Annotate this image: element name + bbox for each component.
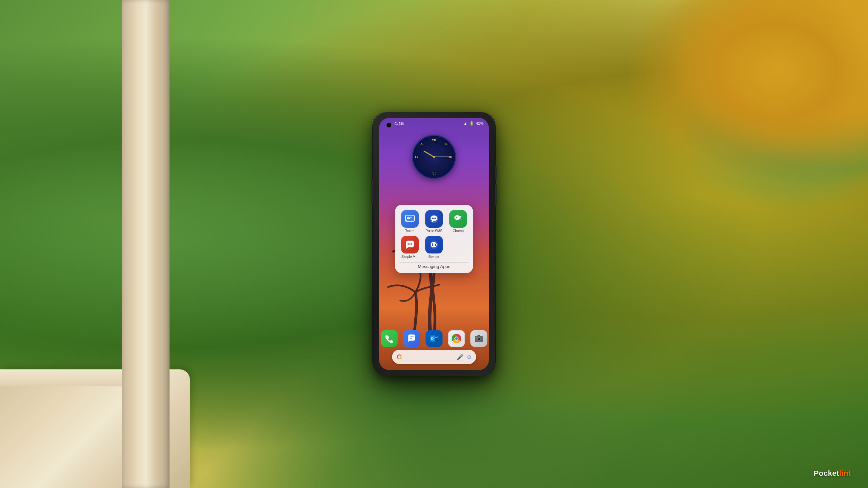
messages-svg xyxy=(407,334,416,343)
svg-point-6 xyxy=(433,218,435,219)
svg-rect-17 xyxy=(410,338,412,339)
battery-percent: 41% xyxy=(476,121,484,125)
chrome-wheel xyxy=(452,334,461,343)
clock-widget[interactable]: XII III VI IX II X xyxy=(412,135,456,179)
svg-point-27 xyxy=(478,338,479,339)
app-item-beeper[interactable]: Beeper xyxy=(423,236,445,259)
outlook-svg: O xyxy=(429,334,439,343)
camera-svg xyxy=(474,334,484,343)
wifi-icon: ▲ xyxy=(463,121,467,125)
dock-chrome-icon[interactable] xyxy=(448,330,465,347)
dock: O xyxy=(384,330,484,364)
svg-point-9 xyxy=(408,243,409,245)
beeper-label: Beeper xyxy=(429,255,439,259)
phone-body: 4:15 ▲ 🔋 41% XII III VI IX II X xyxy=(373,112,495,376)
textra-icon[interactable] xyxy=(401,210,419,228)
pulse-sms-label: Pulse SMS xyxy=(426,229,442,233)
app-item-simple-m[interactable]: Simple M... xyxy=(399,236,420,259)
textra-label: Textra xyxy=(405,229,414,233)
pulse-sms-svg xyxy=(429,214,439,224)
svg-point-8 xyxy=(456,217,457,218)
app-folder-popup[interactable]: Textra Pulse S xyxy=(395,205,473,273)
folder-app-grid-row1: Textra Pulse S xyxy=(399,210,469,233)
pocketlint-text-plain: Pocket xyxy=(814,469,839,477)
svg-point-11 xyxy=(411,243,412,245)
pocketlint-text-accent: lint xyxy=(839,469,851,477)
pulse-sms-icon[interactable] xyxy=(425,210,443,228)
volume-down-button[interactable] xyxy=(495,185,497,205)
power-button[interactable] xyxy=(371,180,373,203)
status-time: 4:15 xyxy=(394,121,404,126)
beeper-svg xyxy=(429,239,439,250)
dock-phone-icon[interactable] xyxy=(381,330,398,347)
simple-m-icon[interactable] xyxy=(401,236,419,253)
clock-minute-hand xyxy=(434,157,449,157)
clock-num-10: X xyxy=(420,142,423,145)
clock-num-6: VI xyxy=(432,172,436,175)
beeper-icon[interactable] xyxy=(425,236,443,253)
svg-text:O: O xyxy=(431,337,434,341)
chomp-label: Chomp xyxy=(453,229,463,233)
svg-rect-2 xyxy=(407,217,412,218)
wooden-post xyxy=(122,0,170,488)
clock-num-2: II xyxy=(445,142,448,145)
clock-center xyxy=(433,156,435,158)
svg-rect-15 xyxy=(435,244,436,246)
search-bar[interactable]: G 🎤 ⊙ xyxy=(392,350,476,364)
simple-m-label: Simple M... xyxy=(401,255,418,259)
simple-m-svg xyxy=(405,239,415,250)
svg-point-7 xyxy=(435,218,436,219)
dock-outlook-icon[interactable]: O xyxy=(426,330,442,347)
google-g-logo: G xyxy=(397,353,402,361)
folder-title: Messaging Apps xyxy=(399,262,469,269)
pocketlint-watermark: Pocketlint xyxy=(814,469,851,478)
chomp-svg xyxy=(453,214,463,224)
app-item-textra[interactable]: Textra xyxy=(399,210,420,233)
folder-app-grid-row2: Simple M... Be xyxy=(399,236,469,259)
app-item-pulse-sms[interactable]: Pulse SMS xyxy=(423,210,445,233)
phone-screen: 4:15 ▲ 🔋 41% XII III VI IX II X xyxy=(379,118,489,370)
svg-rect-16 xyxy=(410,337,414,337)
microphone-icon[interactable]: 🎤 xyxy=(457,354,463,360)
autumn-trees xyxy=(563,0,868,237)
dock-apps-row: O xyxy=(381,330,487,347)
svg-rect-13 xyxy=(432,243,433,246)
dock-messages-icon[interactable] xyxy=(403,330,420,347)
clock-hour-hand xyxy=(423,150,434,157)
status-bar: 4:15 ▲ 🔋 41% xyxy=(379,118,489,129)
svg-point-5 xyxy=(432,218,433,219)
phone-device: 4:15 ▲ 🔋 41% XII III VI IX II X xyxy=(373,112,495,376)
volume-up-button[interactable] xyxy=(495,166,497,180)
app-item-chomp[interactable]: Chomp xyxy=(448,210,469,233)
textra-svg xyxy=(405,214,415,224)
battery-icon: 🔋 xyxy=(469,121,474,126)
svg-rect-14 xyxy=(434,243,434,246)
chomp-icon[interactable] xyxy=(449,210,467,228)
chrome-inner xyxy=(454,337,458,341)
dock-camera-icon[interactable] xyxy=(470,330,487,347)
svg-rect-3 xyxy=(407,218,410,219)
clock-num-3: III xyxy=(449,155,452,159)
google-lens-icon[interactable]: ⊙ xyxy=(467,354,471,360)
svg-point-10 xyxy=(409,243,411,245)
clock-face: XII III VI IX II X xyxy=(412,135,456,179)
svg-rect-28 xyxy=(475,337,477,338)
phone-call-svg xyxy=(385,334,394,343)
clock-num-12: XII xyxy=(432,139,436,142)
clock-num-9: IX xyxy=(415,155,418,159)
status-icons: ▲ 🔋 41% xyxy=(463,121,484,126)
